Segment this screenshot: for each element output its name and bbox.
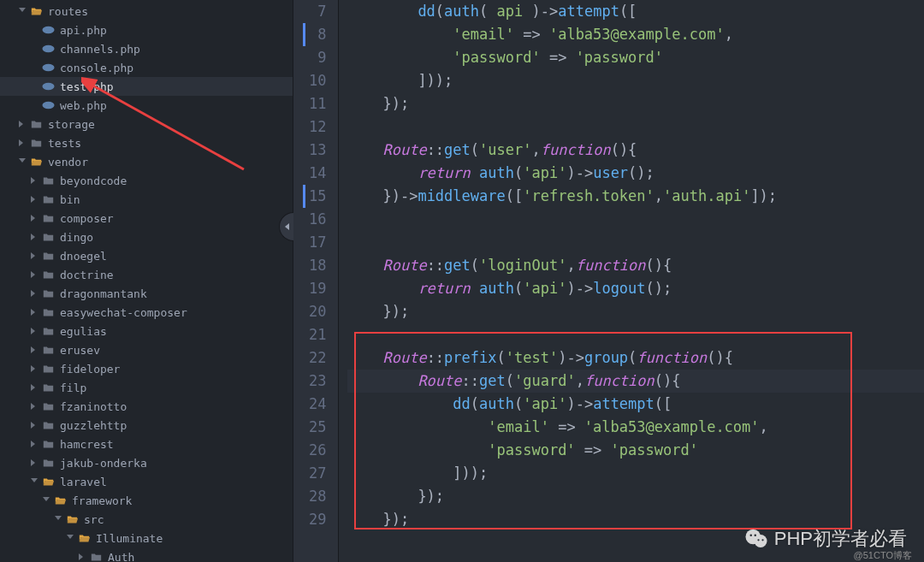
- expand-arrow-icon[interactable]: [29, 346, 38, 354]
- code-line[interactable]: [347, 231, 924, 254]
- tree-item-label: doctrine: [60, 269, 114, 281]
- folder-item-easywechat-composer[interactable]: easywechat-composer: [0, 303, 293, 322]
- expand-arrow-icon[interactable]: [17, 139, 26, 147]
- expand-arrow-icon[interactable]: [17, 7, 26, 15]
- line-number: 8: [303, 23, 326, 46]
- folder-item-filp[interactable]: filp: [0, 378, 293, 397]
- line-number: 7: [309, 0, 326, 23]
- folder-item-dingo[interactable]: dingo: [0, 228, 293, 246]
- folder-item-fideloper[interactable]: fideloper: [0, 359, 293, 378]
- file-item-test-php[interactable]: test.php: [0, 77, 293, 96]
- folder-item-tests[interactable]: tests: [0, 133, 293, 152]
- code-line[interactable]: })->middleware(['refresh.token','auth.ap…: [347, 185, 924, 208]
- code-line[interactable]: ]));: [347, 69, 924, 92]
- folder-item-composer[interactable]: composer: [0, 209, 293, 228]
- folder-item-guzzlehttp[interactable]: guzzlehttp: [0, 416, 293, 435]
- expand-arrow-icon[interactable]: [17, 157, 26, 166]
- code-line[interactable]: Route::get('user',function(){: [347, 139, 924, 162]
- folder-icon: [41, 268, 55, 281]
- tree-item-label: laravel: [60, 476, 107, 488]
- code-line[interactable]: [347, 323, 924, 346]
- folder-item-dragonmantank[interactable]: dragonmantank: [0, 284, 293, 303]
- folder-item-jakub-onderka[interactable]: jakub-onderka: [0, 453, 293, 472]
- code-line[interactable]: dd(auth( api )->attempt([: [347, 0, 924, 23]
- code-line[interactable]: 'password' => 'password': [347, 46, 924, 69]
- tree-item-label: web.php: [60, 99, 107, 112]
- expand-arrow-icon[interactable]: [29, 251, 38, 260]
- code-line[interactable]: Route::get('loginOut',function(){: [347, 254, 924, 277]
- expand-arrow-icon[interactable]: [29, 383, 38, 392]
- expand-arrow-icon[interactable]: [65, 534, 74, 542]
- expand-arrow-icon[interactable]: [29, 327, 38, 335]
- line-number: 12: [309, 115, 326, 139]
- file-item-console-php[interactable]: console.php: [0, 58, 293, 77]
- code-line[interactable]: [347, 208, 924, 231]
- code-line[interactable]: });: [347, 92, 924, 115]
- expand-arrow-icon[interactable]: [53, 515, 62, 524]
- folder-item-doctrine[interactable]: doctrine: [0, 265, 293, 284]
- file-item-channels-php[interactable]: channels.php: [0, 39, 293, 58]
- folder-icon: [41, 343, 55, 357]
- code-line[interactable]: 'email' => 'alba53@example.com',: [347, 23, 924, 46]
- folder-item-bin[interactable]: bin: [0, 190, 293, 209]
- folder-icon: [41, 174, 55, 187]
- svg-point-10: [757, 539, 759, 541]
- folder-item-illuminate[interactable]: Illuminate: [0, 529, 293, 547]
- code-line[interactable]: });: [347, 485, 924, 508]
- code-editor[interactable]: 7891011121314151617181920212223242526272…: [293, 0, 924, 562]
- file-tree-sidebar[interactable]: routesapi.phpchannels.phpconsole.phptest…: [0, 0, 293, 562]
- expand-arrow-icon[interactable]: [29, 289, 38, 298]
- tree-item-label: src: [84, 513, 104, 526]
- folder-item-erusev[interactable]: erusev: [0, 340, 293, 359]
- file-item-web-php[interactable]: web.php: [0, 96, 293, 115]
- expand-arrow-icon[interactable]: [29, 233, 38, 241]
- expand-arrow-icon[interactable]: [29, 364, 38, 373]
- folder-item-hamcrest[interactable]: hamcrest: [0, 435, 293, 453]
- expand-arrow-icon[interactable]: [29, 440, 38, 448]
- code-line[interactable]: [347, 115, 924, 139]
- code-content[interactable]: dd(auth( api )->attempt([ 'email' => 'al…: [339, 0, 924, 562]
- folder-item-src[interactable]: src: [0, 510, 293, 529]
- code-line[interactable]: dd(auth('api')->attempt([: [347, 393, 924, 416]
- tree-item-label: channels.php: [60, 43, 140, 56]
- folder-icon: [41, 399, 55, 413]
- folder-item-egulias[interactable]: egulias: [0, 322, 293, 340]
- tree-item-label: console.php: [60, 62, 133, 74]
- folder-item-storage[interactable]: storage: [0, 115, 293, 133]
- line-number: 29: [309, 508, 326, 531]
- tree-item-label: test.php: [60, 80, 114, 93]
- expand-arrow-icon[interactable]: [29, 214, 38, 222]
- code-line[interactable]: return auth('api')->logout();: [347, 277, 924, 300]
- code-line[interactable]: Route::get('guard',function(){: [347, 370, 924, 393]
- expand-arrow-icon[interactable]: [29, 421, 38, 429]
- folder-item-vendor[interactable]: vendor: [0, 152, 293, 171]
- tree-item-label: hamcrest: [60, 438, 114, 451]
- line-gutter: 7891011121314151617181920212223242526272…: [293, 0, 339, 562]
- expand-arrow-icon[interactable]: [29, 308, 38, 316]
- code-line[interactable]: Route::prefix('test')->group(function(){: [347, 346, 924, 370]
- expand-arrow-icon[interactable]: [29, 458, 38, 467]
- file-item-api-php[interactable]: api.php: [0, 21, 293, 39]
- code-line[interactable]: ]));: [347, 462, 924, 485]
- folder-item-fzaninotto[interactable]: fzaninotto: [0, 397, 293, 416]
- folder-item-auth[interactable]: Auth: [0, 547, 293, 562]
- expand-arrow-icon[interactable]: [29, 270, 38, 279]
- expand-arrow-icon[interactable]: [41, 496, 50, 505]
- expand-arrow-icon[interactable]: [29, 477, 38, 486]
- folder-item-framework[interactable]: framework: [0, 491, 293, 510]
- folder-item-beyondcode[interactable]: beyondcode: [0, 171, 293, 190]
- folder-item-laravel[interactable]: laravel: [0, 472, 293, 491]
- expand-arrow-icon[interactable]: [29, 176, 38, 185]
- expand-arrow-icon[interactable]: [29, 402, 38, 411]
- folder-item-routes[interactable]: routes: [0, 2, 293, 21]
- expand-arrow-icon[interactable]: [29, 195, 38, 204]
- expand-arrow-icon[interactable]: [77, 553, 86, 561]
- line-number: 16: [309, 208, 326, 231]
- folder-item-dnoegel[interactable]: dnoegel: [0, 246, 293, 265]
- code-line[interactable]: return auth('api')->user();: [347, 162, 924, 185]
- code-line[interactable]: });: [347, 300, 924, 323]
- code-line[interactable]: 'password' => 'password': [347, 439, 924, 462]
- line-number: 24: [309, 393, 326, 416]
- expand-arrow-icon[interactable]: [17, 120, 26, 128]
- code-line[interactable]: 'email' => 'alba53@example.com',: [347, 416, 924, 439]
